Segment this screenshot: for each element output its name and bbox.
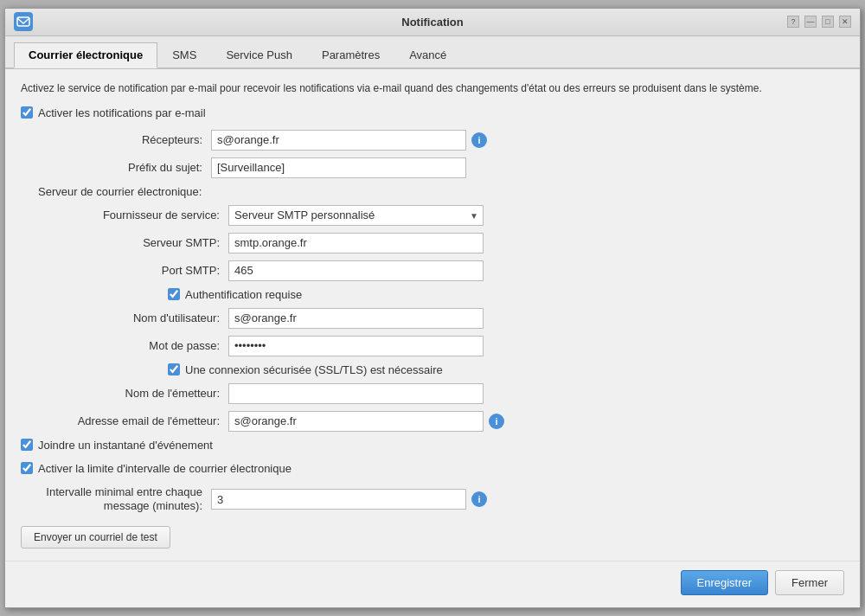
ssl-row: Une connexion sécurisée (SSL/TLS) est né… xyxy=(168,363,844,376)
intervalle-label: Intervalle minimal entre chaque message … xyxy=(38,485,211,515)
auth-checkbox[interactable] xyxy=(168,288,180,300)
fournisseur-row: Fournisseur de service: Serveur SMTP per… xyxy=(55,205,844,226)
adresse-email-row: Adresse email de l'émetteur: i xyxy=(55,411,844,432)
port-smtp-row: Port SMTP: xyxy=(55,260,844,281)
minimize-button[interactable]: — xyxy=(804,16,817,28)
close-button[interactable]: Fermer xyxy=(775,570,844,595)
description-text: Activez le service de notification par e… xyxy=(21,81,844,96)
recepteurs-input[interactable] xyxy=(211,130,466,151)
adresse-email-input[interactable] xyxy=(228,411,484,432)
maximize-button[interactable]: □ xyxy=(822,16,834,28)
prefix-label: Préfix du sujet: xyxy=(38,161,211,174)
serveur-section-label: Serveur de courrier électronique: xyxy=(38,185,844,198)
test-button-section: Envoyer un courriel de test xyxy=(21,526,844,549)
nom-utilisateur-row: Nom d'utilisateur: xyxy=(55,308,844,329)
tab-push[interactable]: Service Push xyxy=(211,42,307,68)
fournisseur-select[interactable]: Serveur SMTP personnalisé Gmail Yahoo xyxy=(228,205,484,226)
main-content: Activez le service de notification par e… xyxy=(5,69,860,561)
recepteurs-label: Récepteurs: xyxy=(38,133,211,146)
enable-notifications-checkbox[interactable] xyxy=(21,106,33,119)
ssl-label: Une connexion sécurisée (SSL/TLS) est né… xyxy=(185,363,443,376)
auth-row: Authentification requise xyxy=(168,288,844,301)
intervalle-input-group: i xyxy=(211,489,487,510)
port-smtp-input[interactable] xyxy=(228,260,484,281)
tabs-bar: Courrier électronique SMS Service Push P… xyxy=(5,36,860,69)
adresse-email-label: Adresse email de l'émetteur: xyxy=(55,414,228,427)
joindre-label: Joindre un instantané d'événement xyxy=(38,439,213,452)
recepteurs-input-group: i xyxy=(211,130,487,151)
fournisseur-label: Fournisseur de service: xyxy=(55,209,228,221)
titlebar-left xyxy=(14,12,33,31)
serveur-smtp-label: Serveur SMTP: xyxy=(55,236,228,249)
titlebar: Notification ? — □ ✕ xyxy=(5,9,860,36)
ssl-checkbox[interactable] xyxy=(168,363,180,375)
serveur-smtp-input[interactable] xyxy=(228,233,484,253)
recepteurs-info-icon[interactable]: i xyxy=(471,132,487,148)
help-button[interactable]: ? xyxy=(787,16,799,28)
footer: Enregistrer Fermer xyxy=(5,561,860,607)
intervalle-row: Intervalle minimal entre chaque message … xyxy=(38,485,844,515)
adresse-email-input-group: i xyxy=(228,411,504,432)
mot-de-passe-input[interactable] xyxy=(228,336,484,356)
mot-de-passe-label: Mot de passe: xyxy=(55,339,228,352)
enable-notifications-label: Activer les notifications par e-mail xyxy=(38,106,206,119)
tab-email[interactable]: Courrier électronique xyxy=(14,42,157,68)
svg-rect-0 xyxy=(17,17,29,26)
nom-utilisateur-input[interactable] xyxy=(228,308,484,329)
fournisseur-select-wrapper: Serveur SMTP personnalisé Gmail Yahoo ▼ xyxy=(228,205,484,226)
intervalle-info-icon[interactable]: i xyxy=(471,491,487,507)
mot-de-passe-row: Mot de passe: xyxy=(55,336,844,356)
activer-limite-label: Activer la limite d'intervalle de courri… xyxy=(38,462,292,475)
nom-emetteur-input[interactable] xyxy=(228,383,484,404)
tab-advanced[interactable]: Avancé xyxy=(394,42,461,68)
nom-utilisateur-label: Nom d'utilisateur: xyxy=(55,311,228,324)
port-smtp-label: Port SMTP: xyxy=(55,264,228,277)
serveur-smtp-row: Serveur SMTP: xyxy=(55,233,844,253)
joindre-row: Joindre un instantané d'événement xyxy=(21,439,844,452)
tab-sms[interactable]: SMS xyxy=(157,42,211,68)
nom-emetteur-label: Nom de l'émetteur: xyxy=(55,387,228,400)
save-button[interactable]: Enregistrer xyxy=(681,570,769,595)
prefix-input[interactable] xyxy=(211,157,466,178)
notification-window: Notification ? — □ ✕ Courrier électroniq… xyxy=(4,8,861,609)
enable-notifications-row: Activer les notifications par e-mail xyxy=(21,106,844,119)
joindre-checkbox[interactable] xyxy=(21,439,33,451)
nom-emetteur-row: Nom de l'émetteur: xyxy=(55,383,844,404)
serveur-subsection: Fournisseur de service: Serveur SMTP per… xyxy=(55,205,844,432)
app-icon xyxy=(14,12,33,31)
intervalle-input[interactable] xyxy=(211,489,466,510)
tab-params[interactable]: Paramètres xyxy=(307,42,394,68)
activer-limite-row: Activer la limite d'intervalle de courri… xyxy=(21,462,844,475)
window-title: Notification xyxy=(401,16,464,29)
adresse-email-info-icon[interactable]: i xyxy=(489,414,504,429)
form-section: Récepteurs: i Préfix du sujet: Serveur d… xyxy=(38,130,844,432)
test-email-button[interactable]: Envoyer un courriel de test xyxy=(21,526,170,549)
recepteurs-row: Récepteurs: i xyxy=(38,130,844,151)
prefix-row: Préfix du sujet: xyxy=(38,157,844,178)
close-button[interactable]: ✕ xyxy=(839,16,851,28)
window-controls: ? — □ ✕ xyxy=(787,16,851,28)
activer-limite-checkbox[interactable] xyxy=(21,462,33,474)
auth-label: Authentification requise xyxy=(185,288,302,301)
